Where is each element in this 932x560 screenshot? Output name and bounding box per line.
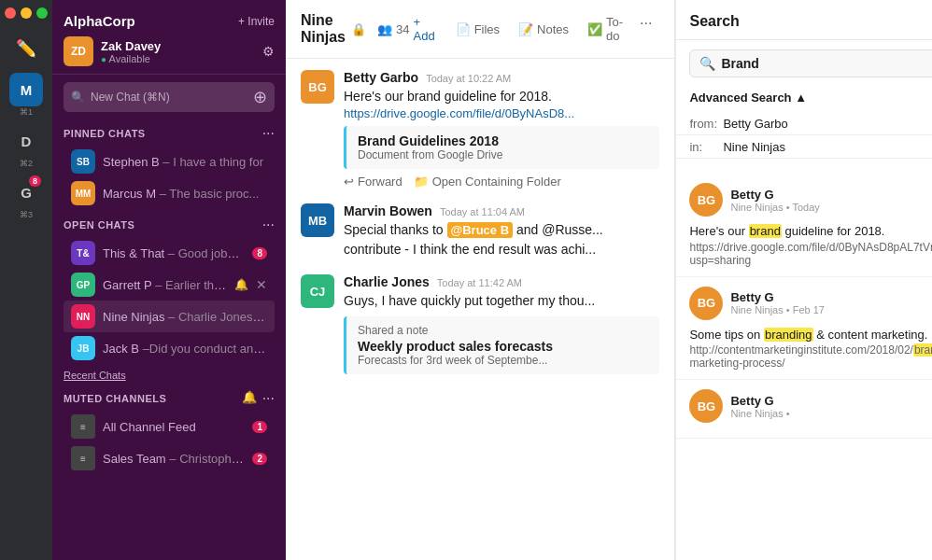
invite-button[interactable]: + Invite: [238, 15, 275, 28]
result-sender: Betty G: [730, 394, 789, 408]
todo-icon: ✅: [587, 22, 602, 36]
chat-info: Sales Team – Christopher J: d...: [103, 452, 245, 466]
muted-channel-sales[interactable]: ≡ Sales Team – Christopher J: d... 2: [64, 442, 275, 474]
maximize-button[interactable]: [36, 7, 48, 19]
nav-item-D[interactable]: D: [9, 124, 43, 158]
compose-button[interactable]: ⊕: [253, 87, 267, 107]
attachment-subtitle: Document from Google Drive: [358, 148, 648, 161]
muted-channels-bell[interactable]: 🔔: [242, 390, 257, 407]
nav-label-3: ⌘3: [20, 210, 33, 219]
note-sub: Forecasts for 3rd week of Septembe...: [358, 354, 648, 367]
avatar: T&: [71, 241, 95, 265]
avatar: CJ: [301, 274, 334, 308]
chat-info: This & That – Good job👏 ...: [103, 246, 245, 260]
search-wrap[interactable]: 🔍 ⊕: [64, 82, 275, 112]
search-field-wrap[interactable]: 🔍 ✕: [689, 49, 932, 77]
tab-notes[interactable]: 📝 Notes: [509, 11, 578, 47]
in-filter-row: in: Nine Ninjas ✕: [676, 135, 932, 159]
tab-files[interactable]: 📄 Files: [446, 11, 509, 47]
tab-todo[interactable]: ✅ To-do: [578, 11, 632, 47]
search-icon: 🔍: [71, 91, 85, 104]
search-result-1[interactable]: BG Betty G Nine Ninjas • Today Here's ou…: [676, 174, 932, 277]
search-bar: 🔍 ⊕: [52, 75, 286, 119]
user-row: ZD Zak Davey ● Available ⚙: [64, 36, 275, 66]
pinned-chats-label: PINNED CHATS: [64, 128, 146, 139]
message-link[interactable]: https://drive.google.com/file/d/0ByNAsD8…: [344, 106, 659, 120]
channel-icon: ≡: [71, 414, 95, 439]
result-channel-time: Nine Ninjas • Feb 17: [730, 304, 824, 315]
open-chat-jack[interactable]: JB Jack B –Did you conduct any sur: [64, 332, 275, 364]
open-chat-this-that[interactable]: T& This & That – Good job👏 ... 8: [64, 237, 275, 269]
from-value[interactable]: Betty Garbo: [723, 117, 932, 131]
attachment-title: Brand Guidelines 2018: [358, 133, 648, 148]
user-name: Zak Davey: [101, 39, 255, 53]
forward-action[interactable]: ↩ Forward: [344, 175, 402, 189]
avatar: MB: [301, 203, 334, 237]
minimize-button[interactable]: [21, 7, 32, 19]
pinned-chats-section: PINNED CHATS ··· SB Stephen B – I have a…: [52, 119, 286, 211]
compose-icon[interactable]: ✏️: [9, 32, 43, 65]
muted-channels-section: MUTED CHANNELS 🔔 ··· ≡ All Channel Feed …: [52, 385, 286, 476]
search-result-3[interactable]: BG Betty G Nine Ninjas •: [676, 380, 932, 439]
close-button[interactable]: [5, 7, 16, 19]
open-chats-section: OPEN CHATS ··· T& This & That – Good job…: [52, 211, 286, 366]
chat-name: Nine Ninjas – Charlie Jones: G...: [103, 310, 267, 324]
nav-badge-G: 8: [29, 175, 41, 187]
message-header: Marvin Bowen Today at 11:04 AM: [344, 203, 659, 218]
avatar: BG: [689, 287, 723, 320]
traffic-lights: [5, 7, 48, 19]
open-folder-action[interactable]: 📁 Open Containing Folder: [414, 175, 561, 189]
highlight: branding: [764, 328, 813, 342]
result-link: http://contentmarketinginstitute.com/201…: [689, 343, 932, 370]
result-sender: Betty G: [730, 188, 819, 202]
files-icon: 📄: [456, 22, 471, 36]
nav-label-1: ⌘1: [20, 107, 33, 117]
message-text: Here's our brand guideline for 2018.: [344, 87, 659, 106]
sidebar: AlphaCorp + Invite ZD Zak Davey ● Availa…: [52, 0, 286, 560]
avatar: ZD: [64, 36, 93, 66]
note-title: Weekly product sales forecasts: [358, 339, 648, 354]
advanced-search-toggle[interactable]: Advanced Search ▲: [676, 87, 932, 112]
search-input[interactable]: [721, 56, 932, 71]
result-link: https://drive.google.com/file/d/0ByNAsD8…: [689, 241, 932, 267]
unread-badge: 8: [252, 247, 267, 259]
messages-area: BG Betty Garbo Today at 10:22 AM Here's …: [286, 59, 674, 560]
members-info: 👥 34 + Add: [377, 15, 435, 43]
pinned-chat-stephen[interactable]: SB Stephen B – I have a thing for: [64, 146, 275, 177]
chat-name: Marcus M – The basic proc...: [103, 187, 267, 201]
unread-badge: 1: [252, 421, 267, 433]
message-header: Charlie Jones Today at 11:42 AM: [344, 274, 659, 289]
more-options-button[interactable]: ···: [632, 11, 659, 47]
pinned-chats-more[interactable]: ···: [262, 125, 275, 142]
highlight: brands: [913, 343, 932, 357]
result-sender: Betty G: [730, 290, 824, 304]
pinned-chat-marcus[interactable]: MM Marcus M – The basic proc...: [64, 177, 275, 209]
search-result-2[interactable]: BG Betty G Nine Ninjas • Feb 17 Some tip…: [676, 277, 932, 381]
people-icon: 👥: [377, 22, 392, 36]
muted-channels-more[interactable]: ···: [262, 390, 275, 407]
muted-channels-label: MUTED CHANNELS: [64, 393, 166, 404]
muted-channel-all-feed[interactable]: ≡ All Channel Feed 1: [64, 411, 275, 442]
result-channel-time: Nine Ninjas • Today: [730, 202, 819, 213]
mute-icon: 🔔: [234, 278, 248, 291]
lock-icon: 🔒: [351, 22, 366, 36]
in-value[interactable]: Nine Ninjas: [723, 140, 932, 154]
settings-icon[interactable]: ⚙: [262, 44, 275, 59]
result-meta: Betty G Nine Ninjas • Feb 17: [730, 290, 824, 315]
recent-chats-link[interactable]: Recent Chats: [52, 366, 286, 385]
note-card: Shared a note Weekly product sales forec…: [344, 316, 659, 374]
folder-icon: 📁: [414, 175, 429, 189]
notes-icon: 📝: [518, 22, 533, 36]
open-chat-nine-ninjas[interactable]: NN Nine Ninjas – Charlie Jones: G...: [64, 301, 275, 332]
add-members-button[interactable]: + Add: [413, 15, 434, 43]
forward-icon: ↩: [344, 175, 354, 189]
attachment-card: Brand Guidelines 2018 Document from Goog…: [344, 126, 659, 169]
message-header: Betty Garbo Today at 10:22 AM: [344, 70, 659, 85]
open-chats-more[interactable]: ···: [262, 217, 275, 233]
close-icon[interactable]: ✕: [256, 277, 267, 292]
open-chat-garrett[interactable]: GP Garrett P – Earlier this... 🔔 ✕: [64, 269, 275, 301]
chat-name: Garrett P – Earlier this...: [103, 278, 227, 292]
nav-item-M[interactable]: M: [9, 73, 43, 106]
search-input[interactable]: [91, 91, 247, 104]
search-panel: Search ✕ 🔍 ✕ Advanced Search ▲ from: Bet…: [675, 0, 932, 560]
